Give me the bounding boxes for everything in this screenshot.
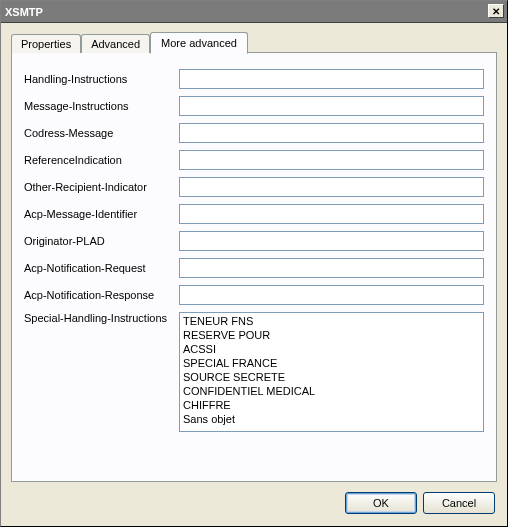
close-button[interactable]: ✕ — [488, 4, 504, 18]
input-acp-notification-response[interactable] — [179, 285, 484, 305]
tab-panel-more-advanced: Handling-Instructions Message-Instructio… — [11, 52, 497, 482]
content-area: Properties Advanced More advanced Handli… — [1, 23, 507, 526]
input-acp-notification-request[interactable] — [179, 258, 484, 278]
list-item[interactable]: Sans objet — [182, 412, 481, 426]
label-handling-instructions: Handling-Instructions — [24, 73, 179, 85]
list-item[interactable]: SPECIAL FRANCE — [182, 356, 481, 370]
list-item[interactable]: CONFIDENTIEL MEDICAL — [182, 384, 481, 398]
cancel-button[interactable]: Cancel — [423, 492, 495, 514]
label-other-recipient-indicator: Other-Recipient-Indicator — [24, 181, 179, 193]
close-icon: ✕ — [492, 6, 500, 17]
dialog-window: XSMTP ✕ Properties Advanced More advance… — [0, 0, 508, 527]
input-message-instructions[interactable] — [179, 96, 484, 116]
label-acp-notification-response: Acp-Notification-Response — [24, 289, 179, 301]
tab-more-advanced[interactable]: More advanced — [150, 32, 248, 54]
tab-properties[interactable]: Properties — [11, 34, 81, 53]
label-originator-plad: Originator-PLAD — [24, 235, 179, 247]
label-message-instructions: Message-Instructions — [24, 100, 179, 112]
label-acp-message-identifier: Acp-Message-Identifier — [24, 208, 179, 220]
label-special-handling-instructions: Special-Handling-Instructions — [24, 312, 179, 324]
input-reference-indication[interactable] — [179, 150, 484, 170]
listbox-special-handling-instructions[interactable]: TENEUR FNSRESERVE POURACSSISPECIAL FRANC… — [179, 312, 484, 432]
input-handling-instructions[interactable] — [179, 69, 484, 89]
titlebar[interactable]: XSMTP ✕ — [1, 1, 507, 23]
tabstrip: Properties Advanced More advanced — [11, 31, 497, 52]
list-item[interactable]: ACSSI — [182, 342, 481, 356]
tab-advanced[interactable]: Advanced — [81, 34, 150, 53]
list-item[interactable]: RESERVE POUR — [182, 328, 481, 342]
label-codress-message: Codress-Message — [24, 127, 179, 139]
list-item[interactable]: TENEUR FNS — [182, 314, 481, 328]
input-originator-plad[interactable] — [179, 231, 484, 251]
window-title: XSMTP — [5, 6, 43, 18]
button-row: OK Cancel — [11, 482, 497, 516]
input-acp-message-identifier[interactable] — [179, 204, 484, 224]
label-reference-indication: ReferenceIndication — [24, 154, 179, 166]
list-item[interactable]: SOURCE SECRETE — [182, 370, 481, 384]
label-acp-notification-request: Acp-Notification-Request — [24, 262, 179, 274]
list-item[interactable]: CHIFFRE — [182, 398, 481, 412]
ok-button[interactable]: OK — [345, 492, 417, 514]
input-codress-message[interactable] — [179, 123, 484, 143]
input-other-recipient-indicator[interactable] — [179, 177, 484, 197]
